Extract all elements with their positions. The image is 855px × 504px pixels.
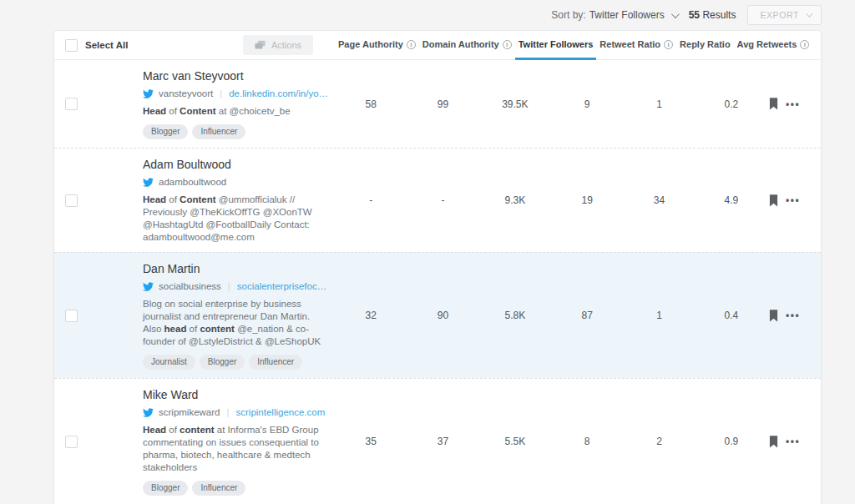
row-actions: ••• [767,60,821,148]
social-row: adamboultwood [143,176,330,188]
chevron-down-icon [671,10,680,18]
row-checkbox[interactable] [65,194,78,207]
website-link[interactable]: de.linkedin.com/in/youngdiamonds [229,88,330,99]
contact-profile: Dan Martinsocialbusiness|socialenterpris… [143,253,335,378]
column-header-twitter-followers[interactable]: Twitter Followers [515,31,597,59]
select-all-label: Select All [85,40,128,50]
table-row[interactable]: Dan Martinsocialbusiness|socialenterpris… [54,252,821,378]
table-row[interactable]: Adam BoultwoodadamboultwoodHead of Conte… [54,148,821,252]
more-options-button[interactable]: ••• [786,196,800,204]
contact-bio: Head of Content at @choicetv_be [143,105,330,118]
stats-cells: 589939.5K910.2 [335,60,767,148]
row-actions: ••• [767,379,821,504]
page-authority-value: 35 [335,436,407,447]
avg-retweets-value: 0.9 [696,436,767,447]
twitter-icon [143,177,154,188]
row-checkbox-cell [54,253,143,378]
info-icon[interactable]: i [800,40,809,49]
column-label: Twitter Followers [519,39,594,49]
retweet-ratio-value: 87 [551,310,623,321]
actions-label: Actions [271,40,301,50]
row-checkbox[interactable] [65,436,78,448]
top-toolbar: Sort by: Twitter Followers 55 Results EX… [0,0,855,30]
domain-authority-value: 37 [407,436,478,447]
more-options-button[interactable]: ••• [786,437,800,446]
stack-icon [255,40,266,50]
tag-pill[interactable]: Blogger [200,355,245,370]
contact-bio: Blog on social enterprise by business jo… [143,298,330,348]
tag-pill[interactable]: Influencer [192,124,245,139]
more-options-button[interactable]: ••• [786,311,800,320]
page-authority-value: 32 [335,310,407,321]
handle-link-divider: | [227,406,230,418]
more-options-button[interactable]: ••• [786,100,800,108]
domain-authority-value: 90 [407,310,478,321]
reply-ratio-value: 1 [623,98,695,110]
table-row[interactable]: Marc van Steyvoortvansteyvoort|de.linked… [54,60,821,148]
website-link[interactable]: socialenterprisefocus.blogspot.com [237,280,330,292]
stats-cells: --9.3K19344.9 [335,149,767,252]
results-label: Results [702,9,736,21]
contact-bio: Head of content at Informa's EBD Group c… [143,424,330,474]
results-table: Select All Actions Page AuthorityiDomain… [53,30,822,504]
contact-name: Mike Ward [143,388,330,402]
stats-cells: 32905.8K8710.4 [335,253,767,378]
tag-list: BloggerInfluencer [143,481,330,496]
contact-name: Marc van Steyvoort [143,69,330,83]
column-header-reply-ratio[interactable]: Reply Ratio [676,31,734,59]
info-icon[interactable]: i [664,40,673,49]
tag-pill[interactable]: Influencer [249,355,302,370]
twitter-handle[interactable]: adamboultwood [159,176,226,188]
twitter-icon [143,88,154,99]
column-label: Retweet Ratio [600,39,660,49]
info-icon[interactable]: i [503,40,512,49]
reply-ratio-value: 34 [623,194,695,206]
info-icon[interactable]: i [407,40,416,49]
column-header-page-authority[interactable]: Page Authorityi [335,31,419,59]
column-header-avg-retweets[interactable]: Avg Retweetsi [734,31,813,59]
social-row: scripmikeward|scripintelligence.com [143,406,330,418]
column-header-retweet-ratio[interactable]: Retweet Ratioi [596,31,676,59]
row-checkbox-cell [54,379,143,504]
table-row[interactable]: Mike Wardscripmikeward|scripintelligence… [54,378,821,504]
column-header-domain-authority[interactable]: Domain Authorityi [419,31,515,59]
twitter-handle[interactable]: socialbusiness [159,280,221,292]
tag-pill[interactable]: Influencer [192,481,245,496]
bookmark-icon[interactable] [769,436,778,448]
tag-pill[interactable]: Journalist [143,355,195,370]
tag-pill[interactable]: Blogger [143,124,188,139]
contact-profile: Marc van Steyvoortvansteyvoort|de.linked… [143,60,335,148]
sort-by-dropdown[interactable]: Sort by: Twitter Followers [551,9,676,21]
export-button[interactable]: EXPORT [747,5,822,25]
tag-list: JournalistBloggerInfluencer [143,355,330,370]
page-authority-value: 58 [335,98,407,110]
contact-name: Dan Martin [143,262,330,276]
tag-list: BloggerInfluencer [143,124,330,139]
actions-button[interactable]: Actions [243,35,313,55]
tag-pill[interactable]: Blogger [143,481,188,496]
bookmark-icon[interactable] [769,98,778,110]
bookmark-icon[interactable] [769,310,778,322]
twitter-followers-value: 5.8K [479,310,551,321]
row-checkbox[interactable] [65,98,78,110]
twitter-handle[interactable]: scripmikeward [159,406,220,418]
reply-ratio-value: 2 [623,436,695,447]
twitter-followers-value: 39.5K [479,98,551,110]
bookmark-icon[interactable] [769,194,778,207]
column-label: Domain Authority [422,39,499,49]
chevron-down-icon [806,10,812,17]
handle-link-divider: | [228,280,230,292]
website-link[interactable]: scripintelligence.com [236,406,326,418]
domain-authority-value: - [407,194,478,206]
twitter-handle[interactable]: vansteyvoort [159,88,213,99]
twitter-followers-value: 5.5K [479,436,551,447]
row-checkbox-cell [54,149,143,252]
contact-bio: Head of Content @ummofficialuk // Previo… [143,194,330,244]
avg-retweets-value: 4.9 [696,194,767,206]
header-spacer [812,31,855,59]
row-checkbox[interactable] [65,310,78,322]
sort-by-label: Sort by: [551,9,585,21]
export-label: EXPORT [760,10,799,20]
table-header-row: Select All Actions Page AuthorityiDomain… [54,31,821,60]
select-all-checkbox[interactable] [65,39,78,52]
